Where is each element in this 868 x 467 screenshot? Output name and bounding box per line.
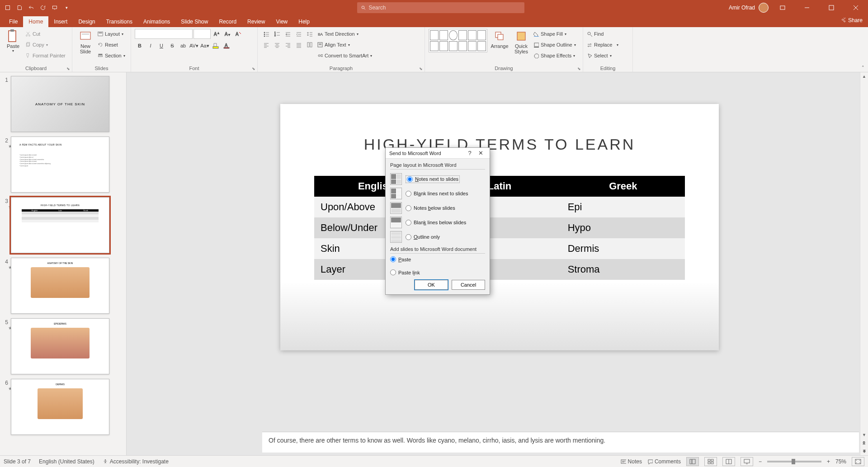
find-button[interactable]: Find (587, 29, 604, 39)
tab-review[interactable]: Review (242, 16, 270, 27)
ok-button[interactable]: OK (415, 280, 448, 290)
dialog-close-icon[interactable]: ✕ (475, 148, 486, 159)
tab-insert[interactable]: Insert (48, 16, 73, 27)
bullets-icon[interactable] (261, 29, 271, 39)
clipboard-launcher-icon[interactable]: ⬊ (66, 66, 70, 71)
quick-styles-button[interactable]: Quick Styles (512, 29, 531, 54)
numbering-icon[interactable]: 12 (272, 29, 282, 39)
shape-fill-button[interactable]: Shape Fill▾ (533, 29, 576, 39)
slide-canvas[interactable]: HIGH-YIELD TERMS TO LEARN English Latin … (280, 104, 719, 350)
cancel-button[interactable]: Cancel (452, 280, 485, 290)
zoom-in-icon[interactable]: + (827, 458, 830, 465)
format-painter-button[interactable]: Format Painter (25, 51, 66, 61)
drawing-launcher-icon[interactable]: ⬊ (577, 66, 581, 71)
layout-button[interactable]: Layout▾ (98, 29, 125, 39)
paragraph-launcher-icon[interactable]: ⬊ (419, 66, 423, 71)
slide-thumbnail-panel[interactable]: 1 ANATOMY OF THE SKIN 2 ★ A FEW FACTS AB… (0, 72, 127, 455)
slide-thumb-6[interactable]: DERMIS (11, 379, 109, 435)
align-left-icon[interactable] (261, 40, 271, 50)
select-button[interactable]: Select▾ (587, 51, 612, 61)
accessibility-status[interactable]: Accessibility: Investigate (103, 458, 169, 465)
ribbon-display-icon[interactable] (772, 0, 793, 15)
qat-customize-icon[interactable]: ▾ (62, 4, 71, 12)
tab-file[interactable]: File (4, 16, 23, 27)
radio-paste-link[interactable]: Paste link (390, 269, 485, 275)
font-family-combo[interactable] (135, 29, 193, 39)
collapse-ribbon-icon[interactable]: ˄ (862, 65, 864, 71)
slide-title[interactable]: HIGH-YIELD TERMS TO LEARN (280, 104, 719, 153)
new-slide-button[interactable]: New Slide (76, 29, 95, 54)
line-spacing-icon[interactable] (305, 29, 315, 39)
share-button[interactable]: Share (841, 17, 863, 24)
sorter-view-icon[interactable] (704, 457, 717, 466)
tab-view[interactable]: View (270, 16, 293, 27)
clear-formatting-icon[interactable]: A (233, 29, 243, 39)
undo-icon[interactable] (27, 4, 35, 12)
user-name[interactable]: Amir Ofrad (729, 5, 755, 11)
columns-icon[interactable] (305, 40, 315, 50)
underline-icon[interactable]: U (156, 41, 166, 51)
vertical-scrollbar[interactable]: ▲ ▼ ⯭ ⯯ (860, 72, 868, 455)
bold-icon[interactable]: B (135, 41, 145, 51)
font-color-icon[interactable]: A (222, 41, 231, 51)
avatar[interactable] (759, 3, 769, 13)
change-case-icon[interactable]: Aa▾ (200, 41, 210, 51)
fit-to-window-icon[interactable] (852, 457, 864, 466)
slide-thumb-4[interactable]: ANATOMY OF THE SKIN (11, 258, 109, 314)
minimize-button[interactable] (797, 0, 817, 15)
shape-outline-button[interactable]: Shape Outline▾ (533, 40, 576, 50)
copy-button[interactable]: Copy▾ (25, 40, 66, 50)
increase-indent-icon[interactable] (294, 29, 304, 39)
radio-outline-only[interactable]: Outline only (406, 234, 440, 240)
paste-button[interactable]: Paste ▾ (4, 29, 23, 53)
char-spacing-icon[interactable]: AV▾ (189, 41, 199, 51)
cut-button[interactable]: Cut (25, 29, 66, 39)
tab-help[interactable]: Help (293, 16, 315, 27)
tab-slideshow[interactable]: Slide Show (175, 16, 213, 27)
tab-record[interactable]: Record (213, 16, 242, 27)
next-slide-icon[interactable]: ⯯ (860, 447, 868, 455)
radio-notes-below[interactable]: Notes below slides (406, 205, 455, 211)
redo-icon[interactable] (39, 4, 47, 12)
present-icon[interactable] (51, 4, 59, 12)
text-direction-button[interactable]: IIAText Direction▾ (317, 29, 372, 39)
shape-effects-button[interactable]: Shape Effects▾ (533, 51, 576, 61)
tab-animations[interactable]: Animations (138, 16, 175, 27)
decrease-font-icon[interactable]: A▼ (222, 29, 232, 39)
scroll-up-icon[interactable]: ▲ (860, 72, 868, 80)
normal-view-icon[interactable] (686, 457, 699, 466)
text-shadow-icon[interactable]: ab (178, 41, 188, 51)
italic-icon[interactable]: I (146, 41, 156, 51)
reading-view-icon[interactable] (722, 457, 735, 466)
zoom-level[interactable]: 75% (835, 458, 846, 465)
slide-table[interactable]: English Latin Greek Upon/AboveSuperEpi B… (314, 176, 685, 280)
section-button[interactable]: Section▾ (98, 51, 125, 61)
prev-slide-icon[interactable]: ⯭ (860, 439, 868, 447)
radio-notes-next[interactable]: Notes next to slides (406, 175, 460, 183)
search-input[interactable] (368, 5, 521, 11)
tab-home[interactable]: Home (23, 16, 48, 27)
radio-paste[interactable]: Paste (390, 256, 485, 262)
strikethrough-icon[interactable]: S (167, 41, 177, 51)
tab-design[interactable]: Design (73, 16, 100, 27)
slide-thumb-1[interactable]: ANATOMY OF THE SKIN (11, 76, 109, 132)
smartart-button[interactable]: Convert to SmartArt▾ (317, 51, 372, 61)
align-text-button[interactable]: Align Text▾ (317, 40, 372, 50)
align-right-icon[interactable] (283, 40, 293, 50)
zoom-slider[interactable] (767, 461, 821, 462)
notes-pane[interactable]: Of course, there are other terms to know… (262, 432, 859, 453)
align-center-icon[interactable] (272, 40, 282, 50)
slide-thumb-3[interactable]: HIGH-YIELD TERMS TO LEARN EnglishLatinGr… (11, 197, 109, 253)
slide-canvas-area[interactable]: HIGH-YIELD TERMS TO LEARN English Latin … (127, 72, 868, 455)
slide-thumb-2[interactable]: A FEW FACTS ABOUT YOUR SKIN • Lorem ipsu… (11, 137, 109, 193)
highlight-icon[interactable] (211, 41, 221, 51)
close-button[interactable] (845, 0, 866, 15)
increase-font-icon[interactable]: A▲ (212, 29, 222, 39)
slide-thumb-5[interactable]: EPIDERMIS (11, 318, 109, 374)
arrange-button[interactable]: Arrange (490, 29, 509, 49)
font-launcher-icon[interactable]: ⬊ (252, 66, 255, 71)
autosave-toggle[interactable] (4, 4, 12, 12)
comments-toggle[interactable]: Comments (647, 458, 681, 465)
radio-blank-next[interactable]: Blank lines next to slides (406, 191, 468, 197)
decrease-indent-icon[interactable] (283, 29, 293, 39)
